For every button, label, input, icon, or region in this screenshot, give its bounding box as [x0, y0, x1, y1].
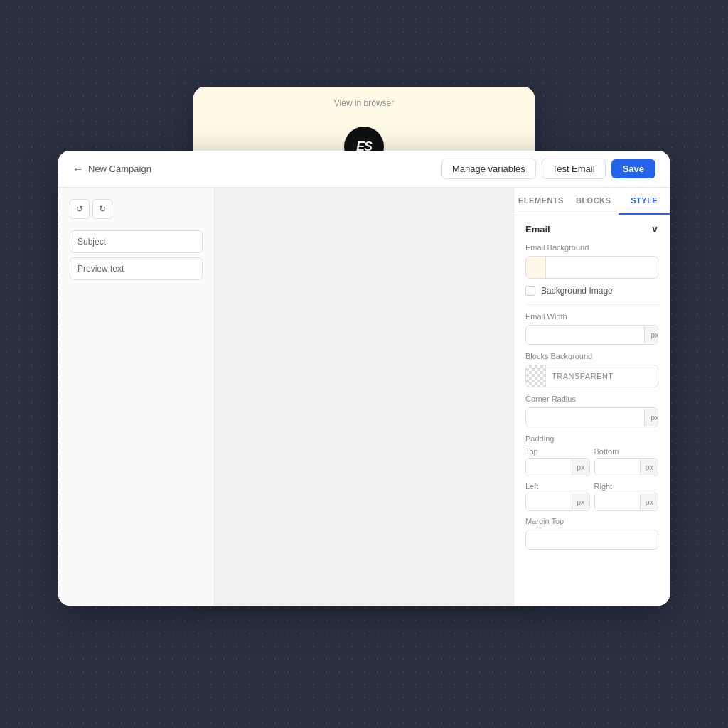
preview-text-field[interactable]: Preview text [70, 257, 203, 280]
email-section-title: Email [525, 224, 550, 235]
campaign-title: New Campaign [88, 164, 151, 174]
collapse-icon[interactable]: ∨ [651, 224, 658, 235]
transparent-value: TRANSPARENT [546, 368, 619, 385]
email-bg-label: Email Background [525, 243, 658, 252]
test-email-button[interactable]: Test Email [542, 159, 606, 179]
left-px: px [572, 494, 589, 510]
tab-elements[interactable]: ELEMENTS [514, 188, 568, 215]
margin-top-value[interactable]: 0 [526, 530, 658, 549]
scene: View in browser ES Welcome to Elysia's I… [58, 87, 670, 641]
right-panel: ELEMENTS BLOCKS STYLE Email ∨ Email Back… [513, 188, 670, 606]
bg-color-value[interactable]: #FFF8E7 [546, 258, 658, 277]
corner-radius-value[interactable]: 0 [526, 408, 644, 427]
top-px: px [572, 459, 589, 475]
padding-left-right: Left 0 px Right 0 px [525, 482, 658, 511]
padding-left-label: Left [525, 482, 590, 491]
save-button[interactable]: Save [611, 159, 655, 178]
corner-radius-label: Corner Radius [525, 395, 658, 403]
manage-variables-button[interactable]: Manage variables [441, 159, 536, 179]
padding-left-value[interactable]: 0 [526, 493, 572, 510]
padding-bottom-group: Bottom 0 px [594, 447, 659, 476]
email-section-header: Email ∨ [525, 224, 658, 235]
padding-top-label: Top [525, 447, 590, 456]
left-sidebar: ↺ ↻ Subject Preview text [58, 188, 215, 606]
padding-top-group: Top 0 px [525, 447, 590, 476]
bg-color-swatch [526, 257, 546, 278]
email-bg-color-input[interactable]: #FFF8E7 [525, 256, 658, 279]
back-arrow-icon: ← [73, 163, 84, 176]
app-window: ← New Campaign Manage variables Test Ema… [58, 151, 670, 606]
bg-image-checkbox[interactable] [525, 286, 535, 296]
titlebar-actions: Manage variables Test Email Save [441, 159, 655, 179]
redo-button[interactable]: ↻ [92, 199, 112, 219]
padding-label: Padding [525, 434, 658, 443]
transparent-swatch [526, 365, 546, 387]
divider-1 [525, 304, 658, 305]
tab-blocks[interactable]: BLOCKS [568, 188, 619, 215]
panel-tabs: ELEMENTS BLOCKS STYLE [514, 188, 670, 215]
padding-left-group: Left 0 px [525, 482, 590, 511]
subject-field[interactable]: Subject [70, 230, 203, 253]
padding-right-label: Right [594, 482, 659, 491]
padding-right-group: Right 0 px [594, 482, 659, 511]
back-button[interactable]: ← New Campaign [73, 163, 151, 176]
app-content: ↺ ↻ Subject Preview text ELEMENTS BLOCKS [58, 188, 670, 606]
corner-px-label: px [644, 409, 658, 426]
right-px: px [640, 494, 658, 510]
app-titlebar: ← New Campaign Manage variables Test Ema… [58, 151, 670, 188]
view-in-browser-link[interactable]: View in browser [193, 87, 535, 119]
undo-button[interactable]: ↺ [70, 199, 90, 219]
email-width-label: Email Width [525, 312, 658, 321]
padding-top-input[interactable]: 0 px [525, 458, 590, 476]
canvas-area[interactable] [215, 188, 513, 606]
margin-top-input[interactable]: 0 [525, 530, 658, 550]
tab-style[interactable]: STYLE [619, 188, 670, 215]
padding-bottom-label: Bottom [594, 447, 659, 456]
blocks-bg-label: Blocks Background [525, 352, 658, 360]
corner-radius-input[interactable]: 0 px [525, 407, 658, 427]
margin-top-label: Margin Top [525, 517, 658, 525]
email-width-value[interactable]: 600 [526, 326, 644, 344]
padding-right-value[interactable]: 0 [595, 493, 641, 510]
padding-top-bottom: Top 0 px Bottom 0 px [525, 447, 658, 476]
bottom-px: px [640, 459, 658, 475]
padding-right-input[interactable]: 0 px [594, 493, 659, 511]
padding-bottom-value[interactable]: 0 [595, 459, 641, 476]
email-width-input[interactable]: 600 px [525, 325, 658, 345]
padding-bottom-input[interactable]: 0 px [594, 458, 659, 476]
padding-top-value[interactable]: 0 [526, 459, 572, 476]
undo-redo-controls: ↺ ↻ [70, 199, 203, 219]
padding-left-input[interactable]: 0 px [525, 493, 590, 511]
email-section: Email ∨ Email Background #FFF8E7 Backgro… [514, 215, 670, 565]
width-px-label: px [644, 326, 658, 343]
bg-image-checkbox-row: Background Image [525, 286, 658, 296]
blocks-bg-input[interactable]: TRANSPARENT [525, 365, 658, 387]
bg-image-label: Background Image [541, 286, 613, 296]
